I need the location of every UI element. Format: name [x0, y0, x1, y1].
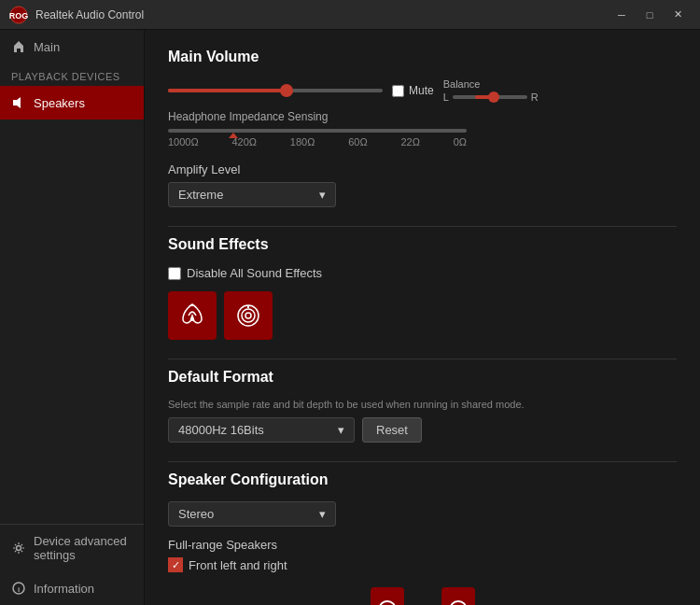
sidebar-information-label: Information — [34, 582, 94, 596]
svg-point-9 — [245, 313, 251, 318]
window-title: Realtek Audio Control — [35, 8, 601, 21]
impedance-60: 60Ω — [348, 136, 367, 148]
speaker-left-woofer — [378, 600, 397, 606]
sidebar-playback-label: Playback Devices — [0, 63, 144, 86]
app-body: Main Playback Devices Speakers — [0, 30, 700, 605]
sound-effects-section: Sound Effects Disable All Sound Effects — [168, 226, 677, 340]
svg-point-6 — [190, 317, 194, 321]
default-format-section: Default Format Select the sample rate an… — [168, 359, 677, 443]
amplify-section: Amplify Level Extreme ▾ — [168, 162, 677, 207]
sidebar-item-main[interactable]: Main — [0, 30, 144, 63]
speaker-config-section: Speaker Configuration Stereo ▾ Full-rang… — [168, 461, 677, 605]
balance-title: Balance — [443, 78, 481, 90]
fullrange-checkbox[interactable] — [168, 557, 183, 572]
minimize-button[interactable]: ─ — [609, 6, 635, 24]
impedance-1000: 1000Ω — [168, 136, 199, 148]
disable-effects-checkbox[interactable] — [168, 267, 181, 280]
speaker-config-value: Stereo — [178, 507, 214, 521]
speaker-left-icon — [371, 587, 404, 605]
window-controls: ─ □ ✕ — [609, 6, 691, 24]
impedance-title: Headphone Impedance Sensing — [168, 110, 677, 123]
impedance-section: Headphone Impedance Sensing 1000Ω 420Ω 1… — [168, 110, 677, 148]
format-value: 48000Hz 16Bits — [178, 423, 264, 437]
app-logo: ROG — [9, 6, 28, 24]
effect-buttons — [168, 291, 677, 340]
impedance-pointer — [229, 133, 238, 138]
disable-effects-label: Disable All Sound Effects — [168, 266, 677, 280]
default-format-title: Default Format — [168, 369, 677, 386]
volume-title: Main Volume — [168, 49, 677, 65]
format-desc: Select the sample rate and bit depth to … — [168, 399, 677, 410]
close-button[interactable]: ✕ — [665, 6, 691, 24]
balance-slider-track[interactable] — [453, 95, 527, 99]
sidebar-bottom: Device advanced settings i Information — [0, 524, 144, 605]
mute-checkbox[interactable] — [392, 85, 404, 97]
speaker-config-chevron: ▾ — [319, 507, 326, 521]
volume-section: Main Volume Mute Balance L — [168, 49, 677, 103]
sidebar-item-speakers[interactable]: Speakers — [0, 86, 144, 120]
balance-l-label: L — [443, 91, 449, 103]
svg-rect-2 — [13, 100, 17, 106]
amplify-title: Amplify Level — [168, 162, 677, 176]
home-icon — [11, 39, 26, 54]
reset-button[interactable]: Reset — [362, 417, 422, 443]
balance-section: Balance L R — [443, 78, 539, 103]
amplify-dropdown[interactable]: Extreme ▾ — [168, 182, 336, 207]
info-icon: i — [11, 581, 26, 596]
balance-slider-thumb[interactable] — [488, 91, 499, 103]
gear-icon — [11, 541, 26, 556]
impedance-markers: 1000Ω 420Ω 180Ω 60Ω 22Ω 0Ω — [168, 136, 467, 148]
amplify-value: Extreme — [178, 188, 223, 202]
volume-row: Mute Balance L R — [168, 78, 677, 103]
impedance-track — [168, 129, 467, 133]
impedance-22: 22Ω — [400, 136, 419, 148]
sidebar: Main Playback Devices Speakers — [0, 30, 145, 605]
sidebar-item-information[interactable]: i Information — [0, 571, 144, 605]
fullrange-title: Full-range Speakers — [168, 538, 677, 552]
titlebar: ROG Realtek Audio Control ─ □ ✕ — [0, 0, 700, 30]
svg-point-8 — [242, 309, 255, 322]
svg-point-3 — [17, 546, 21, 551]
speakers-visual — [168, 587, 677, 605]
maximize-button[interactable]: □ — [637, 6, 663, 24]
main-content: Main Volume Mute Balance L — [145, 30, 700, 605]
mute-checkbox-label: Mute — [392, 84, 434, 97]
effect-btn-1[interactable] — [168, 291, 217, 340]
impedance-0: 0Ω — [454, 136, 467, 148]
balance-r-label: R — [531, 91, 539, 103]
speaker-right-woofer — [449, 600, 468, 606]
speaker-config-dropdown[interactable]: Stereo ▾ — [168, 501, 336, 527]
fullrange-check-row: Front left and right — [168, 557, 677, 572]
speaker-config-title: Speaker Configuration — [168, 471, 677, 488]
mute-label: Mute — [409, 84, 434, 97]
svg-text:i: i — [18, 585, 20, 594]
volume-slider-thumb[interactable] — [280, 84, 293, 97]
amplify-chevron: ▾ — [319, 188, 326, 202]
sound-effects-title: Sound Effects — [168, 236, 677, 253]
speaker-sidebar-icon — [11, 95, 26, 110]
sidebar-main-label: Main — [34, 40, 60, 54]
sidebar-device-settings-label: Device advanced settings — [34, 534, 133, 562]
volume-slider-track[interactable] — [168, 89, 383, 92]
fullrange-check-label: Front left and right — [189, 558, 287, 572]
svg-text:ROG: ROG — [9, 11, 28, 21]
format-dropdown[interactable]: 48000Hz 16Bits ▾ — [168, 417, 355, 443]
impedance-180: 180Ω — [290, 136, 315, 148]
format-chevron: ▾ — [338, 423, 344, 437]
sidebar-speakers-label: Speakers — [34, 96, 85, 110]
effect-btn-2[interactable] — [224, 291, 273, 340]
sidebar-item-device-settings[interactable]: Device advanced settings — [0, 525, 144, 571]
balance-row: L R — [443, 91, 539, 103]
format-row: 48000Hz 16Bits ▾ Reset — [168, 417, 677, 443]
speaker-right-icon — [441, 587, 475, 605]
volume-slider-fill — [168, 89, 287, 92]
sidebar-nav: Main Playback Devices Speakers — [0, 30, 144, 524]
disable-effects-text: Disable All Sound Effects — [187, 266, 322, 280]
